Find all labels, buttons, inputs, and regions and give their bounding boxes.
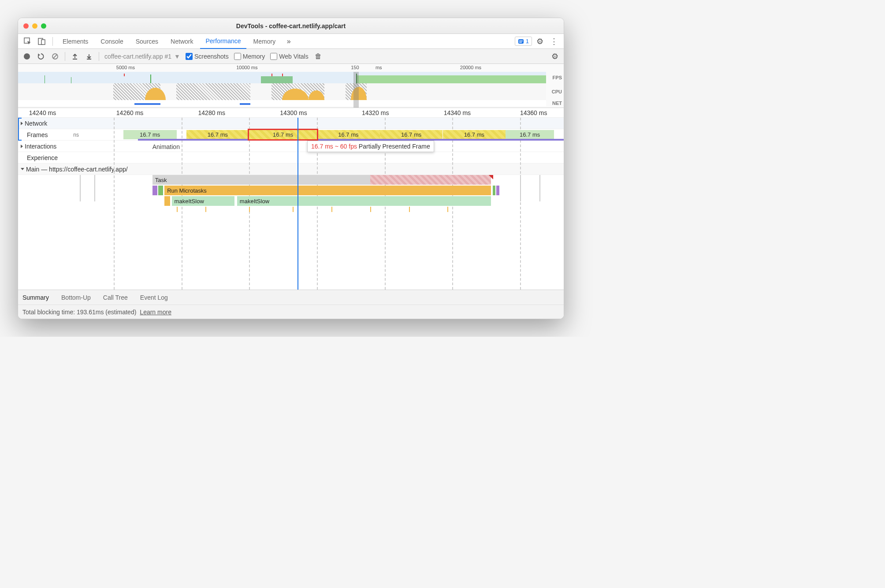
capture-settings-icon[interactable]: ⚙ [550, 52, 559, 61]
reload-record-button[interactable] [37, 52, 45, 61]
memory-checkbox[interactable]: Memory [234, 53, 265, 60]
frame-block[interactable]: 16.7 ms [249, 130, 317, 139]
flame-task-long[interactable] [370, 175, 491, 185]
bottom-tabs: Summary Bottom-Up Call Tree Event Log [18, 290, 564, 305]
kebab-menu-icon[interactable]: ⋮ [548, 35, 560, 48]
minimize-window-button[interactable] [32, 23, 37, 29]
clear-button[interactable] [51, 52, 59, 61]
tab-elements[interactable]: Elements [57, 34, 93, 49]
frame-block[interactable]: 16.7 ms [506, 130, 554, 139]
btab-calltree[interactable]: Call Tree [103, 294, 128, 301]
fullscreen-window-button[interactable] [41, 23, 46, 29]
frame-block[interactable]: 16.7 ms [443, 130, 506, 139]
btab-bottomup[interactable]: Bottom-Up [61, 294, 91, 301]
more-tabs-icon[interactable]: » [283, 35, 295, 48]
tracks-area[interactable]: Network Frames ns 16.7 ms16.7 ms16.7 ms1… [18, 118, 564, 290]
frame-block[interactable]: 16.7 ms [380, 130, 443, 139]
learn-more-link[interactable]: Learn more [140, 309, 171, 316]
window-title: DevTools - coffee-cart.netlify.app/cart [18, 22, 564, 30]
svg-rect-5 [519, 42, 522, 43]
playhead[interactable] [297, 118, 298, 290]
issues-button[interactable]: 1 [515, 37, 532, 46]
svg-line-7 [53, 55, 57, 58]
traffic-lights [23, 23, 46, 29]
frame-block[interactable]: 16.7 ms [123, 130, 177, 139]
statusbar: Total blocking time: 193.61ms (estimated… [18, 305, 564, 319]
recording-select[interactable]: coffee-cart.netlify.app #1 ▼ [104, 53, 180, 60]
tab-console[interactable]: Console [95, 34, 128, 49]
tab-network[interactable]: Network [165, 34, 198, 49]
btab-eventlog[interactable]: Event Log [140, 294, 168, 301]
overview-pane[interactable]: 5000 ms 10000 ms 150 ms 20000 ms [18, 64, 564, 108]
overview-cpu [18, 83, 546, 100]
device-toggle-icon[interactable] [36, 35, 48, 48]
frame-block[interactable]: 16.7 ms [186, 130, 249, 139]
record-button[interactable] [22, 52, 31, 61]
flamegraph[interactable]: Task Run Microtasks makeItSlow makeItSlo… [80, 175, 564, 232]
overview-ruler: 5000 ms 10000 ms 150 ms 20000 ms [18, 64, 564, 72]
main-ruler[interactable]: 14240 ms 14260 ms 14280 ms 14300 ms 1432… [18, 108, 564, 118]
frame-tooltip: 16.7 ms ~ 60 fps Partially Presented Fra… [307, 141, 434, 152]
inspect-element-icon[interactable] [22, 35, 34, 48]
settings-icon[interactable]: ⚙ [534, 35, 546, 48]
track-experience[interactable]: Experience [18, 152, 564, 164]
track-interactions[interactable]: Interactions Animation 16.7 ms ~ 60 fps … [18, 141, 564, 152]
flame-microtasks[interactable]: Run Microtasks [164, 186, 491, 195]
overview-labels: FPS CPU NET [552, 72, 562, 106]
download-icon[interactable] [85, 52, 93, 61]
animation-label: Animation [152, 143, 180, 150]
perf-toolbar: coffee-cart.netlify.app #1 ▼ Screenshots… [18, 49, 564, 64]
tab-performance[interactable]: Performance [200, 34, 246, 49]
frame-block[interactable]: 16.7 ms [317, 130, 380, 139]
trash-icon[interactable]: 🗑 [314, 52, 323, 61]
titlebar: DevTools - coffee-cart.netlify.app/cart [18, 18, 564, 34]
svg-rect-2 [41, 40, 45, 45]
tbt-text: Total blocking time: 193.61ms (estimated… [22, 309, 136, 316]
tab-sources[interactable]: Sources [130, 34, 164, 49]
overview-fps [18, 72, 546, 83]
btab-summary[interactable]: Summary [22, 294, 49, 301]
issues-count: 1 [526, 38, 529, 45]
main-tabs-bar: Elements Console Sources Network Perform… [18, 34, 564, 49]
tab-memory[interactable]: Memory [248, 34, 281, 49]
svg-rect-4 [519, 41, 523, 41]
flame-fn2[interactable]: makeItSlow [237, 196, 491, 206]
close-window-button[interactable] [23, 23, 29, 29]
upload-icon[interactable] [71, 52, 79, 61]
flame-fn1[interactable]: makeItSlow [172, 196, 235, 206]
track-network[interactable]: Network [18, 118, 564, 129]
flame-task[interactable]: Task [152, 175, 370, 185]
devtools-window: DevTools - coffee-cart.netlify.app/cart … [18, 18, 564, 319]
track-main-header[interactable]: Main — https://coffee-cart.netlify.app/ [18, 164, 564, 175]
svg-rect-3 [518, 39, 524, 44]
overview-net [18, 100, 546, 106]
webvitals-checkbox[interactable]: Web Vitals [270, 53, 308, 60]
screenshots-checkbox[interactable]: Screenshots [186, 53, 229, 60]
